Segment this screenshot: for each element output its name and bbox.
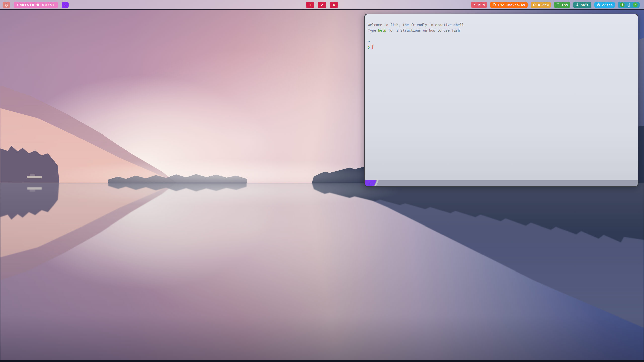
terminal-window[interactable]: Welcome to fish, the friendly interactiv…	[364, 14, 638, 187]
temperature-module[interactable]: 34°C	[573, 2, 591, 8]
desktop: CHRISTOPH 00:31 ~ 1 2 4 60%	[0, 0, 644, 362]
terminal-welcome-line: Welcome to fish, the friendly interactiv…	[368, 22, 635, 28]
status-bar: CHRISTOPH 00:31 ~ 1 2 4 60%	[0, 0, 644, 10]
workspace-button-4[interactable]: 4	[330, 2, 338, 8]
tray-item-password-manager[interactable]	[620, 2, 625, 7]
cpu-value: 0.26%	[538, 3, 549, 7]
terminal-output: Welcome to fish, the friendly interactiv…	[365, 14, 638, 180]
gauge-icon	[533, 3, 537, 7]
key-icon	[621, 3, 624, 6]
wallpaper-mist	[50, 156, 403, 183]
memory-value: 13%	[561, 3, 568, 7]
cpu-module[interactable]: 0.26%	[531, 2, 551, 8]
clock-value: 22:58	[602, 3, 613, 7]
wallpaper-dock	[27, 176, 42, 178]
clock-icon	[597, 3, 600, 7]
globe-icon	[492, 3, 496, 7]
help-line-suffix: for instructions on how to use fish	[386, 28, 460, 32]
prompt-path: ~	[368, 39, 635, 44]
wallpaper-scene	[0, 183, 644, 360]
workspace-label: 2	[321, 3, 323, 7]
workspace-label: 1	[309, 3, 311, 7]
check-icon	[634, 3, 637, 6]
phone-icon	[627, 3, 631, 7]
wallpaper-water-reflection	[0, 183, 644, 360]
volume-value: 60%	[478, 3, 485, 7]
volume-module[interactable]: 60%	[471, 2, 487, 8]
wallpaper-bottom-strip	[0, 360, 644, 362]
memory-module[interactable]: 13%	[554, 2, 570, 8]
terminal-help-line: Type help for instructions on how to use…	[368, 28, 635, 33]
tray-item-status-ok[interactable]	[633, 2, 638, 7]
terminal-blank-line	[368, 33, 635, 39]
help-line-prefix: Type	[368, 28, 378, 32]
prompt-symbol: ❯	[368, 45, 370, 49]
workspace-button-2[interactable]: 2	[318, 2, 326, 8]
help-keyword: help	[378, 28, 386, 32]
network-ip: 192.168.86.69	[498, 3, 525, 7]
prompt-line: ❯	[368, 44, 635, 50]
temperature-value: 34°C	[581, 3, 589, 7]
clock-module[interactable]: 22:58	[594, 2, 615, 8]
system-tray	[618, 2, 640, 8]
wallpaper-dock	[27, 187, 42, 190]
tray-item-phone-connect[interactable]	[627, 3, 631, 7]
terminal-tab-bar: ~	[365, 180, 638, 186]
speaker-icon	[473, 3, 477, 7]
status-bar-right: 60% 192.168.86.69 0.26% 13%	[471, 0, 640, 9]
terminal-cursor	[372, 45, 373, 49]
database-icon	[556, 3, 560, 7]
workspace-button-1[interactable]: 1	[306, 2, 314, 8]
wallpaper-mist	[50, 183, 403, 210]
network-module[interactable]: 192.168.86.69	[490, 2, 528, 8]
workspace-label: 4	[333, 3, 335, 7]
thermometer-icon	[575, 3, 579, 7]
